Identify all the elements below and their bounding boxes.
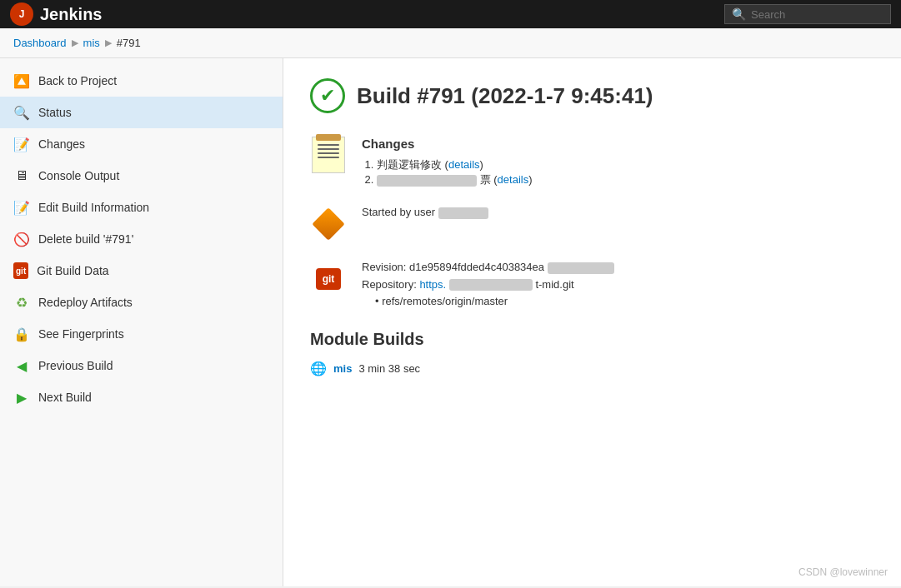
change-1-suffix: ) <box>480 158 483 171</box>
sidebar-item-console-output[interactable]: 🖥 Console Output <box>0 160 283 192</box>
breadcrumb-mis[interactable]: mis <box>83 37 100 49</box>
sidebar-label-fingerprints: See Fingerprints <box>38 327 124 341</box>
sidebar-item-next-build[interactable]: ▶ Next Build <box>0 381 283 413</box>
breadcrumb-sep-1: ▶ <box>72 37 78 48</box>
repository-link[interactable]: https. <box>419 278 446 291</box>
changes-icon: 📝 <box>13 136 30 152</box>
sidebar-label-delete: Delete build '#791' <box>38 232 133 246</box>
sidebar-label-console: Console Output <box>38 169 119 182</box>
started-by-section: Started by user <box>310 206 874 242</box>
notepad-line-1 <box>318 144 339 146</box>
changes-section: Changes 判题逻辑修改 (details) 票 (details) <box>310 137 874 187</box>
started-content: Started by user <box>362 206 874 223</box>
sidebar: 🔼 Back to Project 🔍 Status 📝 Changes 🖥 C… <box>0 58 283 586</box>
module-link[interactable]: mis <box>333 362 352 375</box>
page-layout: 🔼 Back to Project 🔍 Status 📝 Changes 🖥 C… <box>0 58 901 586</box>
notepad-icon <box>312 137 345 173</box>
module-builds-section: Module Builds 🌐 mis 3 min 38 sec <box>310 330 874 376</box>
breadcrumb-current: #791 <box>117 37 141 49</box>
sidebar-label-git: Git Build Data <box>37 264 108 277</box>
changes-section-icon <box>310 137 347 173</box>
notepad-line-2 <box>318 148 339 150</box>
app-title: Jenkins <box>40 5 102 24</box>
revision-row: Revision: d1e95894fdded4c403834ea <box>362 261 874 274</box>
build-title: Build #791 (2022-1-7 9:45:41) <box>357 83 653 109</box>
watermark-text: CSDN @lovewinner <box>798 566 888 578</box>
revision-label: Revision <box>362 261 403 273</box>
sidebar-item-edit-build-info[interactable]: 📝 Edit Build Information <box>0 192 283 223</box>
repository-row: Repository: https. t-mid.git <box>362 278 874 292</box>
git-section-icon: git <box>310 261 347 297</box>
redeploy-icon: ♻ <box>13 294 30 311</box>
back-icon: 🔼 <box>13 72 30 89</box>
git-icon-container: git <box>312 261 345 297</box>
module-time: 3 min 38 sec <box>358 362 420 375</box>
build-title-row: ✔ Build #791 (2022-1-7 9:45:41) <box>310 78 874 113</box>
fingerprint-icon: 🔒 <box>13 326 30 342</box>
ref-text: refs/remotes/origin/master <box>382 295 508 307</box>
started-by-label: Started by user <box>362 206 435 218</box>
repo-blurred <box>449 279 533 291</box>
jenkins-icon: J <box>10 2 33 26</box>
build-success-icon: ✔ <box>310 78 345 113</box>
search-icon: 🔍 <box>732 7 746 21</box>
app-logo: J Jenkins <box>10 2 102 26</box>
sidebar-item-previous-build[interactable]: ◀ Previous Build <box>0 350 283 381</box>
change-item-1: 判题逻辑修改 (details) <box>377 157 874 172</box>
revision-value: d1e95894fdded4c403834ea <box>409 261 544 273</box>
delete-icon: 🚫 <box>13 231 30 247</box>
change-2-blurred <box>377 175 477 187</box>
module-builds-heading: Module Builds <box>310 330 874 349</box>
git-badge-icon: git <box>316 268 342 290</box>
changes-list: 判题逻辑修改 (details) 票 (details) <box>362 157 874 187</box>
ref-row: • refs/remotes/origin/master <box>362 295 874 307</box>
sidebar-label-previous: Previous Build <box>38 359 113 372</box>
app-header: J Jenkins 🔍 <box>0 0 901 28</box>
change-1-details-link[interactable]: details <box>448 158 480 171</box>
revision-blurred <box>548 262 614 274</box>
changes-content: Changes 判题逻辑修改 (details) 票 (details) <box>362 137 874 187</box>
search-input[interactable] <box>751 8 884 21</box>
change-1-text: 判题逻辑修改 ( <box>377 158 448 171</box>
sidebar-label-redeploy: Redeploy Artifacts <box>38 296 133 309</box>
diamond-section-icon <box>310 206 347 242</box>
change-2-suffix: 票 ( <box>480 173 498 186</box>
repo-suffix: t-mid.git <box>535 278 573 291</box>
sidebar-item-git-build-data[interactable]: git Git Build Data <box>0 255 283 287</box>
breadcrumb-dashboard[interactable]: Dashboard <box>13 37 67 49</box>
module-row: 🌐 mis 3 min 38 sec <box>310 361 874 376</box>
diamond-shape <box>312 207 345 241</box>
status-icon: 🔍 <box>13 104 30 121</box>
prev-arrow-icon: ◀ <box>13 357 30 374</box>
main-content: ✔ Build #791 (2022-1-7 9:45:41) Changes … <box>283 58 901 586</box>
sidebar-item-redeploy-artifacts[interactable]: ♻ Redeploy Artifacts <box>0 287 283 318</box>
sidebar-item-delete-build[interactable]: 🚫 Delete build '#791' <box>0 223 283 255</box>
globe-icon: 🌐 <box>310 361 327 376</box>
sidebar-item-status[interactable]: 🔍 Status <box>0 97 283 128</box>
changes-heading: Changes <box>362 137 874 151</box>
git-section: git Revision: d1e95894fdded4c403834ea Re… <box>310 261 874 311</box>
git-icon: git <box>13 262 28 279</box>
sidebar-label-edit: Edit Build Information <box>38 201 149 214</box>
breadcrumb-sep-2: ▶ <box>105 37 112 48</box>
started-by-blurred <box>438 207 488 219</box>
notepad-line-4 <box>318 157 339 158</box>
diamond-icon <box>312 206 345 242</box>
sidebar-item-see-fingerprints[interactable]: 🔒 See Fingerprints <box>0 318 283 350</box>
sidebar-label-back: Back to Project <box>38 74 117 87</box>
sidebar-label-next: Next Build <box>38 391 92 404</box>
started-by-row: Started by user <box>362 206 874 219</box>
sidebar-item-changes[interactable]: 📝 Changes <box>0 128 283 160</box>
watermark: CSDN @lovewinner <box>798 566 888 578</box>
sidebar-label-changes: Changes <box>38 137 85 151</box>
change-item-2: 票 (details) <box>377 172 874 187</box>
search-box[interactable]: 🔍 <box>724 4 891 24</box>
change-2-link-suffix: ) <box>528 173 532 186</box>
edit-icon: 📝 <box>13 199 30 216</box>
change-2-details-link[interactable]: details <box>498 173 529 186</box>
sidebar-label-status: Status <box>38 106 72 119</box>
git-content: Revision: d1e95894fdded4c403834ea Reposi… <box>362 261 874 311</box>
sidebar-item-back-to-project[interactable]: 🔼 Back to Project <box>0 65 283 97</box>
breadcrumb: Dashboard ▶ mis ▶ #791 <box>0 28 901 58</box>
repository-label: Repository <box>362 278 413 291</box>
